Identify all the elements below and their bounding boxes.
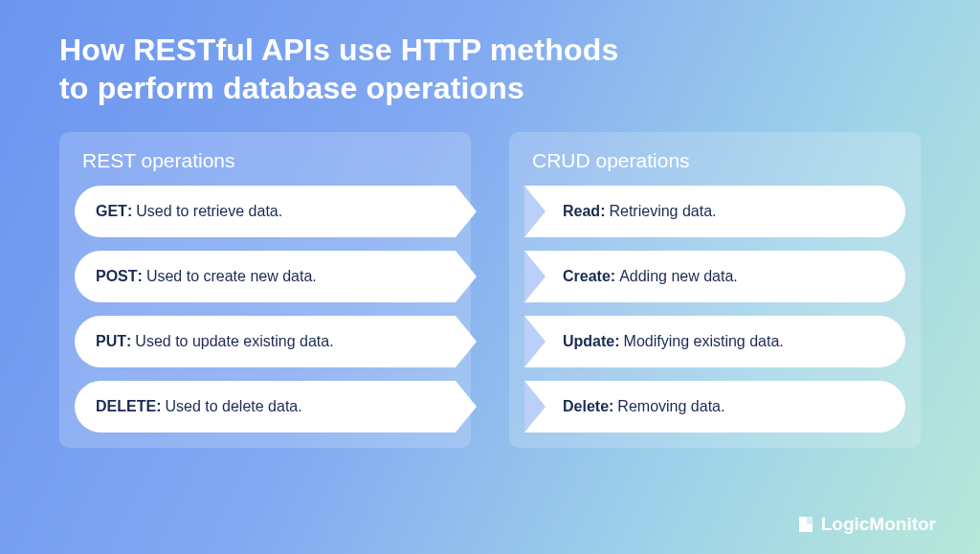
crud-row-update: Update: Modifying existing data. xyxy=(524,316,905,367)
rest-desc: Used to create new data. xyxy=(146,268,317,285)
term-separator: : xyxy=(611,268,615,285)
crud-rows: Read: Retrieving data. Create: Adding ne… xyxy=(524,186,905,432)
crud-desc: Modifying existing data. xyxy=(624,333,784,350)
crud-term: Read xyxy=(563,203,600,220)
crud-desc: Adding new data. xyxy=(619,268,738,285)
crud-row-create: Create: Adding new data. xyxy=(524,251,905,302)
rest-rows: GET: Used to retrieve data. POST: Used t… xyxy=(75,186,456,432)
term-separator: : xyxy=(127,203,132,220)
title-line-2: to perform database operations xyxy=(59,69,980,107)
rest-term: GET xyxy=(96,203,127,220)
term-separator: : xyxy=(614,333,619,350)
crud-column-header: CRUD operations xyxy=(524,145,905,186)
rest-column-header: REST operations xyxy=(75,145,456,186)
rest-row-post: POST: Used to create new data. xyxy=(75,251,456,302)
rest-row-delete: DELETE: Used to delete data. xyxy=(75,381,456,432)
crud-desc: Retrieving data. xyxy=(609,203,716,220)
term-separator: : xyxy=(126,333,131,350)
crud-desc: Removing data. xyxy=(617,398,724,415)
rest-term: POST xyxy=(96,268,138,285)
term-separator: : xyxy=(609,398,613,415)
rest-desc: Used to update existing data. xyxy=(135,333,333,350)
term-separator: : xyxy=(138,268,143,285)
crud-row-delete: Delete: Removing data. xyxy=(524,381,905,432)
logicmonitor-icon xyxy=(796,515,815,534)
page-title: How RESTful APIs use HTTP methods to per… xyxy=(0,0,980,107)
crud-column: CRUD operations Read: Retrieving data. C… xyxy=(509,132,921,448)
term-separator: : xyxy=(156,398,161,415)
columns-container: REST operations GET: Used to retrieve da… xyxy=(0,107,980,448)
rest-term: PUT xyxy=(96,333,126,350)
title-line-1: How RESTful APIs use HTTP methods xyxy=(59,31,980,69)
crud-term: Delete xyxy=(563,398,609,415)
brand-name: LogicMonitor xyxy=(821,514,936,535)
term-separator: : xyxy=(600,203,605,220)
crud-row-read: Read: Retrieving data. xyxy=(524,186,905,237)
rest-row-get: GET: Used to retrieve data. xyxy=(75,186,456,237)
rest-desc: Used to retrieve data. xyxy=(136,203,282,220)
rest-desc: Used to delete data. xyxy=(165,398,301,415)
crud-term: Update xyxy=(563,333,614,350)
rest-column: REST operations GET: Used to retrieve da… xyxy=(59,132,471,448)
rest-term: DELETE xyxy=(96,398,156,415)
crud-term: Create xyxy=(563,268,611,285)
brand-logo: LogicMonitor xyxy=(796,514,936,535)
rest-row-put: PUT: Used to update existing data. xyxy=(75,316,456,367)
